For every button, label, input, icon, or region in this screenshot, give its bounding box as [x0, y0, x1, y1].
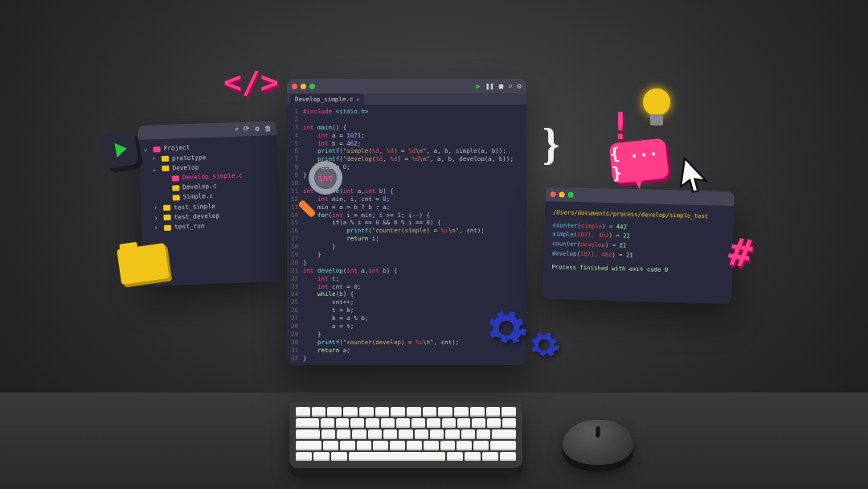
keyboard-key — [352, 429, 366, 439]
exclamation-icon: ! — [609, 105, 632, 148]
tab-develop-simple[interactable]: Develop_simple.c × — [290, 94, 364, 105]
terminal-output[interactable]: /Users/documents/process/develop/simple_… — [543, 201, 734, 283]
keyboard-key — [313, 452, 330, 461]
folder-icon — [164, 225, 171, 231]
keyboard-key — [470, 407, 485, 417]
trash-icon[interactable]: 🗑 — [264, 124, 272, 132]
keyboard-key — [383, 429, 397, 439]
maximize-icon[interactable] — [568, 191, 574, 197]
code-line[interactable]: while(b) { — [303, 290, 526, 298]
play-button-tile — [100, 130, 140, 170]
code-line[interactable]: int t; — [303, 275, 526, 283]
keyboard-key — [336, 418, 350, 428]
mouse — [563, 420, 633, 465]
keyboard-key — [415, 429, 428, 439]
tree-item-label: prototype — [172, 153, 207, 164]
search-icon[interactable]: ⌕ — [235, 125, 240, 134]
code-line[interactable]: a = t; — [303, 323, 526, 331]
speech-bubble-icon: { ... } — [609, 138, 669, 183]
code-line[interactable]: int main() { — [303, 124, 526, 132]
keyboard-key — [472, 418, 485, 428]
keyboard-key — [321, 418, 334, 428]
code-area[interactable]: 1234567891011121314151617181920212223242… — [287, 105, 526, 365]
close-icon[interactable] — [292, 84, 297, 89]
code-line[interactable]: for(int i = min; i >= 1; i--) { — [303, 212, 526, 220]
minimize-icon[interactable] — [301, 84, 306, 89]
keyboard-key — [391, 407, 405, 417]
code-line[interactable]: } — [303, 331, 526, 339]
code-line[interactable]: printf("simple(%d, %d) = %d\n", a, b, si… — [303, 147, 526, 155]
code-line[interactable]: return i; — [303, 235, 526, 243]
code-line[interactable]: int min, i, cnt = 0; — [303, 195, 526, 203]
code-line[interactable]: t = b; — [303, 306, 526, 314]
keyboard-key — [457, 418, 471, 428]
play-icon — [114, 142, 128, 158]
tree-item-label: test_run — [174, 222, 205, 232]
keyboard-key — [477, 429, 490, 439]
close-icon[interactable] — [551, 191, 556, 197]
keyboard-key — [440, 441, 456, 450]
keyboard-key — [321, 429, 335, 439]
tab-bar: Develop_simple.c × — [287, 93, 526, 105]
file-tree: ⌄ Project ›prototype⌄DevelopDevelop_simp… — [138, 135, 280, 239]
keyboard-key — [366, 418, 379, 428]
pause-icon[interactable]: ❚❚ — [485, 82, 494, 90]
code-line[interactable]: int simple(int a,int b) { — [303, 187, 526, 195]
code-line[interactable]: return 0; — [303, 163, 526, 171]
keyboard-key — [486, 407, 501, 417]
code-line[interactable]: int b = 462; — [303, 140, 526, 148]
chevron-down-icon: ⌄ — [152, 164, 158, 175]
code-line[interactable]: printf("counter(simple) = %i\n", cnt); — [303, 227, 526, 235]
play-icon[interactable]: ▶ — [476, 82, 480, 90]
code-line[interactable]: printf("develop(%d, %d) = %d\n", a, b, d… — [303, 155, 526, 163]
gear-icon[interactable]: ⚙ — [255, 125, 260, 133]
window-controls[interactable] — [551, 191, 577, 198]
code-line[interactable]: } — [303, 259, 526, 267]
code-content[interactable]: #include <stdio.h> int main() { int a = … — [303, 108, 526, 363]
stop-icon[interactable]: ■ — [499, 82, 503, 90]
search-icon[interactable]: ⌕ — [508, 82, 512, 90]
maximize-icon[interactable] — [309, 84, 315, 89]
refresh-icon[interactable]: ⟳ — [244, 125, 250, 133]
keyboard-key — [359, 407, 374, 417]
gear-icon[interactable]: ⚙ — [518, 82, 522, 90]
code-line[interactable] — [303, 179, 526, 187]
keyboard-key — [368, 429, 382, 439]
keyboard-key — [427, 418, 440, 428]
code-line[interactable]: #include <stdio.h> — [303, 108, 526, 116]
code-line[interactable]: int cnt = 0; — [303, 283, 526, 291]
code-line[interactable]: printf("counter(develop) = %i\n", cnt); — [303, 339, 526, 347]
code-line[interactable]: } — [303, 171, 526, 179]
keyboard-key — [296, 418, 319, 428]
window-controls[interactable] — [292, 84, 318, 89]
folder-icon — [163, 205, 170, 211]
code-line[interactable]: if(a % i == 0 && b % i == 0) { — [303, 219, 526, 227]
editor-titlebar[interactable]: ▶ ❚❚ ■ ⌕ ⚙ — [287, 79, 526, 93]
folder-icon — [162, 156, 169, 162]
code-line[interactable]: int a = 1071; — [303, 132, 526, 140]
minimize-icon[interactable] — [559, 191, 565, 197]
chevron-right-icon: › — [154, 223, 161, 233]
chevron-down-icon: ⌄ — [143, 145, 149, 155]
keyboard-key — [296, 429, 320, 439]
keyboard-key — [381, 418, 395, 428]
tree-item-label: Simple.c — [183, 191, 214, 202]
close-tab-icon[interactable]: × — [356, 97, 359, 103]
keyboard-key — [337, 429, 350, 439]
keyboard-key — [465, 452, 481, 461]
code-line[interactable]: b = a % b; — [303, 314, 526, 323]
code-line[interactable]: } — [303, 251, 526, 259]
keyboard-key — [343, 407, 358, 417]
keyboard-key — [407, 407, 421, 417]
code-line[interactable]: return a; — [303, 347, 526, 355]
code-line[interactable] — [303, 116, 526, 124]
code-line[interactable]: } — [303, 355, 526, 363]
code-line[interactable]: min = a > b ? b : a; — [303, 203, 526, 212]
code-line[interactable]: int develop(int a,int b) { — [303, 267, 526, 275]
line-number-gutter: 1234567891011121314151617181920212223242… — [287, 108, 303, 363]
terminal-window: /Users/documents/process/develop/simple_… — [542, 187, 735, 304]
keyboard-key — [331, 452, 347, 461]
code-line[interactable]: } — [303, 243, 526, 251]
keyboard-key — [482, 452, 498, 461]
code-line[interactable]: cnt++; — [303, 298, 526, 306]
